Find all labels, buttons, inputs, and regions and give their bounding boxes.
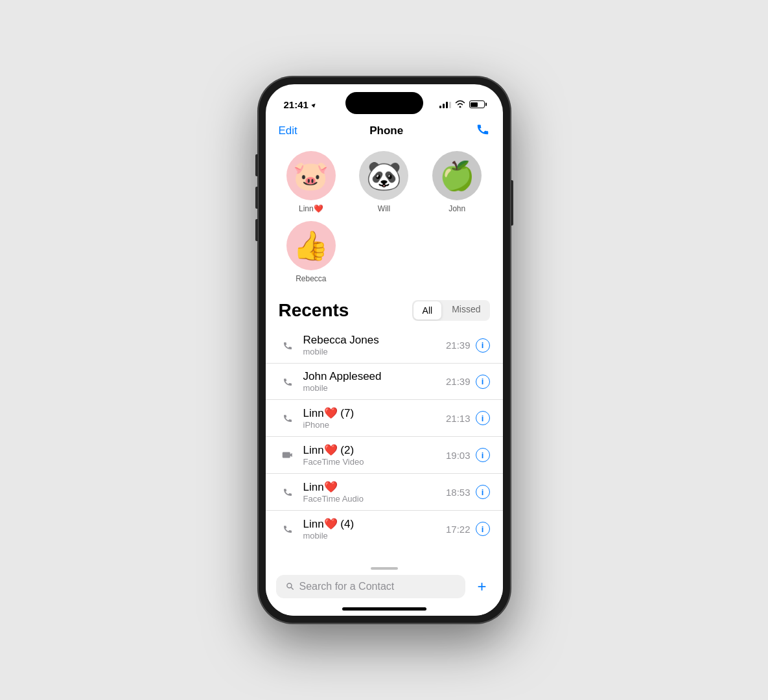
search-icon bbox=[285, 581, 294, 592]
recent-time-3: 19:03 bbox=[446, 450, 471, 461]
recent-type-4: FaceTime Audio bbox=[303, 494, 446, 504]
drag-indicator bbox=[371, 567, 398, 570]
recent-right-0: 21:39 i bbox=[446, 338, 490, 353]
recent-info-1: John Appleseed mobile bbox=[303, 370, 446, 393]
recent-right-1: 21:39 i bbox=[446, 375, 490, 389]
recent-type-2: iPhone bbox=[303, 420, 446, 430]
wifi-icon bbox=[455, 100, 465, 110]
recent-info-5: Linn❤️ (4) mobile bbox=[303, 517, 446, 541]
recent-info-0: Rebecca Jones mobile bbox=[303, 334, 446, 356]
recent-name-3: Linn❤️ (2) bbox=[303, 443, 446, 457]
recent-time-2: 21:13 bbox=[446, 413, 471, 424]
signal-icon bbox=[439, 100, 451, 108]
phone-call-icon[interactable] bbox=[476, 122, 490, 139]
favorite-name-will: Will bbox=[378, 204, 390, 213]
recent-item-1[interactable]: John Appleseed mobile 21:39 i bbox=[266, 364, 503, 400]
location-arrow-icon: ▲ bbox=[309, 100, 319, 110]
info-button-4[interactable]: i bbox=[476, 485, 490, 499]
info-button-1[interactable]: i bbox=[476, 375, 490, 389]
recents-header: Recents All Missed bbox=[266, 294, 503, 327]
favorite-avatar-john: 🍏 bbox=[432, 151, 482, 200]
recent-time-1: 21:39 bbox=[446, 376, 471, 387]
call-phone-icon-5 bbox=[279, 520, 297, 538]
recent-right-5: 17:22 i bbox=[446, 522, 490, 536]
filter-missed-button[interactable]: Missed bbox=[443, 300, 489, 321]
info-button-0[interactable]: i bbox=[476, 338, 490, 353]
favorite-rebecca[interactable]: 👍 Rebecca bbox=[279, 221, 344, 283]
call-video-icon-3 bbox=[279, 446, 297, 464]
recent-right-4: 18:53 i bbox=[446, 485, 490, 499]
info-button-5[interactable]: i bbox=[476, 522, 490, 536]
status-time: 21:41 ▲ bbox=[284, 99, 318, 110]
home-bar bbox=[266, 605, 503, 616]
time-display: 21:41 bbox=[284, 99, 308, 110]
bottom-area: Search for a Contact + bbox=[266, 563, 503, 616]
recent-type-5: mobile bbox=[303, 531, 446, 541]
recent-name-4: Linn❤️ bbox=[303, 480, 446, 494]
recent-name-0: Rebecca Jones bbox=[303, 334, 446, 347]
home-indicator-line bbox=[266, 563, 503, 572]
recent-right-2: 21:13 i bbox=[446, 411, 490, 425]
favorite-name-john: John bbox=[448, 204, 465, 213]
recents-list: Rebecca Jones mobile 21:39 i John Apples… bbox=[266, 327, 503, 563]
recent-name-5: Linn❤️ (4) bbox=[303, 517, 446, 531]
recent-name-2: Linn❤️ (7) bbox=[303, 406, 446, 420]
search-bar: Search for a Contact + bbox=[266, 572, 503, 605]
recent-item-3[interactable]: Linn❤️ (2) FaceTime Video 19:03 i bbox=[266, 437, 503, 474]
recent-time-0: 21:39 bbox=[446, 340, 471, 351]
search-placeholder: Search for a Contact bbox=[299, 581, 395, 592]
recent-type-3: FaceTime Video bbox=[303, 457, 446, 467]
call-phone-icon-4 bbox=[279, 483, 297, 501]
dynamic-island bbox=[345, 92, 423, 114]
filter-all-button[interactable]: All bbox=[413, 301, 442, 320]
recent-info-4: Linn❤️ FaceTime Audio bbox=[303, 480, 446, 504]
page-title: Phone bbox=[369, 124, 403, 137]
info-button-2[interactable]: i bbox=[476, 411, 490, 425]
call-phone-icon-1 bbox=[279, 373, 297, 391]
info-button-3[interactable]: i bbox=[476, 448, 490, 462]
call-phone-icon-0 bbox=[279, 336, 297, 355]
recent-time-4: 18:53 bbox=[446, 487, 471, 498]
home-indicator-pill bbox=[342, 607, 426, 611]
recent-item-5[interactable]: Linn❤️ (4) mobile 17:22 i bbox=[266, 511, 503, 547]
recent-time-5: 17:22 bbox=[446, 524, 471, 535]
recent-item-2[interactable]: Linn❤️ (7) iPhone 21:13 i bbox=[266, 400, 503, 437]
recent-item-4[interactable]: Linn❤️ FaceTime Audio 18:53 i bbox=[266, 474, 503, 511]
favorites-grid: 🐷 Linn❤️ 🐼 Will 🍏 John 👍 Rebecca bbox=[266, 145, 503, 294]
favorite-name-rebecca: Rebecca bbox=[296, 274, 326, 283]
recent-info-3: Linn❤️ (2) FaceTime Video bbox=[303, 443, 446, 467]
recent-info-2: Linn❤️ (7) iPhone bbox=[303, 406, 446, 430]
favorite-avatar-rebecca: 👍 bbox=[286, 221, 336, 270]
recent-type-1: mobile bbox=[303, 383, 446, 393]
add-contact-button[interactable]: + bbox=[472, 576, 493, 597]
phone-device: 21:41 ▲ bbox=[258, 76, 511, 624]
favorite-will[interactable]: 🐼 Will bbox=[351, 151, 417, 213]
status-icons bbox=[439, 100, 485, 110]
recents-filter: All Missed bbox=[412, 300, 490, 321]
call-phone-icon-2 bbox=[279, 409, 297, 427]
edit-button[interactable]: Edit bbox=[279, 124, 297, 137]
favorite-name-linn: Linn❤️ bbox=[299, 204, 323, 213]
battery-icon bbox=[469, 100, 485, 108]
favorite-avatar-will: 🐼 bbox=[359, 151, 408, 200]
recent-item-0[interactable]: Rebecca Jones mobile 21:39 i bbox=[266, 327, 503, 364]
search-input-wrap[interactable]: Search for a Contact bbox=[276, 575, 465, 598]
recents-title: Recents bbox=[279, 300, 349, 321]
favorite-john[interactable]: 🍏 John bbox=[425, 151, 490, 213]
recent-name-1: John Appleseed bbox=[303, 370, 446, 383]
favorite-avatar-linn: 🐷 bbox=[286, 151, 336, 200]
recent-type-0: mobile bbox=[303, 347, 446, 356]
favorite-linn[interactable]: 🐷 Linn❤️ bbox=[279, 151, 344, 213]
recent-right-3: 19:03 i bbox=[446, 448, 490, 462]
phone-screen: 21:41 ▲ bbox=[266, 84, 503, 616]
nav-bar: Edit Phone bbox=[266, 119, 503, 145]
